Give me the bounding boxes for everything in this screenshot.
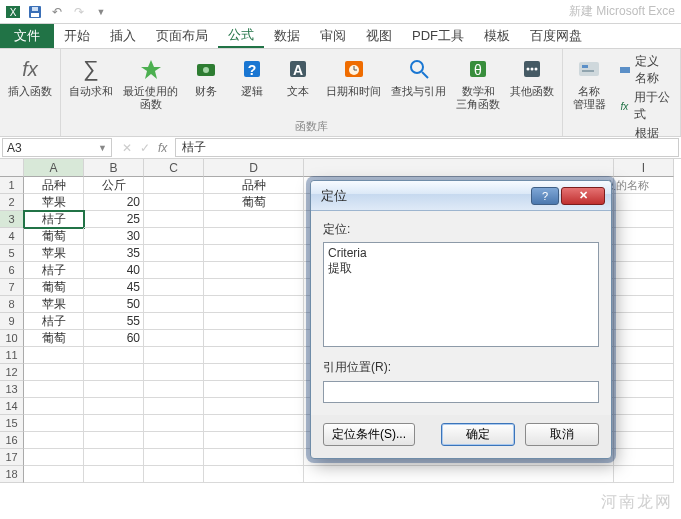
row-header[interactable]: 16: [0, 432, 24, 449]
grid-cell[interactable]: [24, 466, 84, 483]
row-header[interactable]: 12: [0, 364, 24, 381]
grid-cell[interactable]: [144, 296, 204, 313]
accept-formula-icon[interactable]: ✓: [140, 141, 150, 155]
col-header-I[interactable]: I: [614, 159, 674, 177]
cancel-button[interactable]: 取消: [525, 423, 599, 446]
tab-layout[interactable]: 页面布局: [146, 24, 218, 48]
grid-cell[interactable]: [84, 381, 144, 398]
grid-cell[interactable]: [614, 245, 674, 262]
grid-cell[interactable]: [614, 279, 674, 296]
tab-template[interactable]: 模板: [474, 24, 520, 48]
help-button[interactable]: ?: [531, 187, 559, 205]
grid-cell[interactable]: [204, 449, 304, 466]
grid-cell[interactable]: [204, 262, 304, 279]
save-icon[interactable]: [26, 3, 44, 21]
grid-cell[interactable]: [144, 398, 204, 415]
row-header[interactable]: 2: [0, 194, 24, 211]
grid-cell[interactable]: [144, 262, 204, 279]
tab-pdf[interactable]: PDF工具: [402, 24, 474, 48]
grid-cell[interactable]: [204, 330, 304, 347]
grid-cell[interactable]: [84, 466, 144, 483]
logical-button[interactable]: ? 逻辑: [230, 51, 274, 100]
use-in-formula-button[interactable]: fx 用于公式: [619, 89, 670, 123]
grid-cell[interactable]: [144, 432, 204, 449]
grid-cell[interactable]: [204, 279, 304, 296]
grid-cell[interactable]: [204, 296, 304, 313]
grid-cell[interactable]: [24, 398, 84, 415]
grid-cell[interactable]: 桔子: [24, 313, 84, 330]
row-header[interactable]: 6: [0, 262, 24, 279]
row-header[interactable]: 1: [0, 177, 24, 194]
grid-cell[interactable]: 60: [84, 330, 144, 347]
col-header-A[interactable]: A: [24, 159, 84, 177]
grid-cell[interactable]: [144, 466, 204, 483]
grid-cell[interactable]: [204, 415, 304, 432]
col-header-gap[interactable]: [304, 159, 614, 177]
grid-cell[interactable]: 35: [84, 245, 144, 262]
grid-cell[interactable]: 品种: [204, 177, 304, 194]
grid-cell[interactable]: [614, 398, 674, 415]
lookup-button[interactable]: 查找与引用: [387, 51, 450, 100]
grid-cell[interactable]: [204, 432, 304, 449]
grid-cell[interactable]: [614, 228, 674, 245]
financial-button[interactable]: 财务: [184, 51, 228, 100]
grid-cell[interactable]: 公斤: [84, 177, 144, 194]
grid-cell[interactable]: [614, 330, 674, 347]
grid-cell[interactable]: [614, 449, 674, 466]
grid-cell[interactable]: [84, 347, 144, 364]
grid-cell[interactable]: 30: [84, 228, 144, 245]
dialog-titlebar[interactable]: 定位 ? ✕: [311, 181, 611, 211]
tab-insert[interactable]: 插入: [100, 24, 146, 48]
row-header[interactable]: 13: [0, 381, 24, 398]
row-header[interactable]: 15: [0, 415, 24, 432]
grid-cell[interactable]: [204, 466, 304, 483]
grid-cell[interactable]: [614, 262, 674, 279]
grid-cell[interactable]: 苹果: [24, 296, 84, 313]
row-header[interactable]: 17: [0, 449, 24, 466]
undo-icon[interactable]: ↶: [48, 3, 66, 21]
grid-cell[interactable]: [24, 415, 84, 432]
grid-cell[interactable]: [204, 347, 304, 364]
name-manager-button[interactable]: 名称 管理器: [567, 51, 611, 113]
tab-view[interactable]: 视图: [356, 24, 402, 48]
grid-cell[interactable]: 55: [84, 313, 144, 330]
grid-cell[interactable]: [204, 211, 304, 228]
grid-cell[interactable]: [614, 364, 674, 381]
grid-cell[interactable]: [144, 279, 204, 296]
more-functions-button[interactable]: 其他函数: [506, 51, 558, 100]
grid-cell[interactable]: [144, 313, 204, 330]
special-button[interactable]: 定位条件(S)...: [323, 423, 415, 446]
grid-cell[interactable]: 品种: [24, 177, 84, 194]
grid-cell[interactable]: [304, 466, 614, 483]
grid-cell[interactable]: [144, 177, 204, 194]
grid-cell[interactable]: [144, 194, 204, 211]
grid-cell[interactable]: [24, 449, 84, 466]
grid-cell[interactable]: [144, 381, 204, 398]
grid-cell[interactable]: [144, 364, 204, 381]
row-header[interactable]: 11: [0, 347, 24, 364]
grid-cell[interactable]: [204, 381, 304, 398]
grid-cell[interactable]: [144, 449, 204, 466]
grid-cell[interactable]: 苹果: [24, 245, 84, 262]
grid-cell[interactable]: [204, 364, 304, 381]
redo-icon[interactable]: ↷: [70, 3, 88, 21]
list-item[interactable]: Criteria: [328, 246, 594, 260]
grid-cell[interactable]: 葡萄: [24, 330, 84, 347]
row-header[interactable]: 10: [0, 330, 24, 347]
grid-cell[interactable]: [84, 432, 144, 449]
grid-cell[interactable]: 葡萄: [24, 279, 84, 296]
grid-cell[interactable]: [24, 364, 84, 381]
grid-cell[interactable]: [144, 415, 204, 432]
tab-file[interactable]: 文件: [0, 24, 54, 48]
grid-cell[interactable]: [204, 245, 304, 262]
grid-cell[interactable]: [614, 177, 674, 194]
row-header[interactable]: 14: [0, 398, 24, 415]
grid-cell[interactable]: 葡萄: [24, 228, 84, 245]
grid-cell[interactable]: 50: [84, 296, 144, 313]
grid-cell[interactable]: [144, 347, 204, 364]
qat-dropdown-icon[interactable]: ▼: [92, 3, 110, 21]
grid-cell[interactable]: [204, 398, 304, 415]
name-box[interactable]: A3▼: [2, 138, 112, 157]
define-name-button[interactable]: 定义名称: [619, 53, 670, 87]
grid-cell[interactable]: [84, 398, 144, 415]
